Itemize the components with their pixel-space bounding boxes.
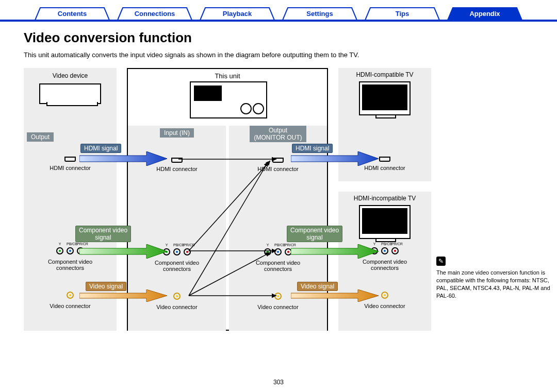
hdmi-signal-badge: HDMI signal [292,144,333,153]
tab-settings[interactable]: Settings [278,7,361,21]
receiver-icon [190,81,267,118]
intro-text: This unit automatically converts the inp… [24,51,533,59]
pencil-icon: ✎ [436,257,446,266]
svg-marker-9 [291,244,379,259]
non-hdmi-tv-label: HDMI-incompatible TV [338,195,431,202]
svg-line-13 [189,161,270,251]
hdmi-signal-badge: HDMI signal [80,144,121,153]
page-number: 303 [0,379,557,386]
this-unit-label: This unit [128,72,327,80]
arrow-component-out [291,244,379,259]
hdmi-port-icon [379,157,390,162]
tab-connections[interactable]: Connections [113,7,196,21]
video-signal-badge: Video signal [86,282,126,291]
component-connector-label: Component video connectors [24,259,117,271]
nav-tabs: Contents Connections Playback Settings T… [0,0,557,21]
output-pill: Output [27,132,54,142]
svg-marker-8 [79,244,167,259]
hdmi-tv-label: HDMI-compatible TV [338,71,431,78]
video-connector-label: Video connector [24,303,117,309]
output-monitor-pill: Output (MONITOR OUT) [250,126,306,142]
tab-tips[interactable]: Tips [361,7,444,21]
svg-marker-7 [291,151,379,166]
svg-marker-6 [79,151,167,166]
component-signal-badge: Component video signal [287,226,342,242]
video-device-label: Video device [24,72,117,79]
arrow-video-out [79,289,167,302]
composite-port-icon [67,292,74,299]
component-signal-badge: Component video signal [75,226,131,242]
conversion-arrows [178,156,276,305]
arrow-hdmi-out [79,151,167,166]
note-box: ✎ The main zone video conversion functio… [436,257,555,299]
tv-icon [359,81,411,115]
tab-contents[interactable]: Contents [31,7,113,21]
svg-marker-10 [79,289,167,302]
video-signal-badge: Video signal [297,282,338,291]
arrow-hdmi-out [291,151,379,166]
tab-playback[interactable]: Playback [196,7,278,21]
svg-line-16 [189,252,270,296]
diagram: Video device Output HDMI connector Y PB/… [24,68,533,336]
page-title: Video conversion function [24,30,533,46]
col-non-hdmi-tv: HDMI-incompatible TV Y PB/CB PR/CR Compo… [338,192,431,331]
video-device-icon [39,83,101,104]
tv-icon [359,205,411,239]
svg-line-15 [189,162,268,296]
note-text: The main zone video conversion function … [436,269,555,299]
arrow-video-out [291,289,379,302]
tab-appendix[interactable]: Appendix [444,7,526,21]
svg-marker-11 [291,289,379,302]
arrow-component-out [79,244,167,259]
hdmi-port-icon [64,157,76,162]
composite-port-icon [381,292,388,299]
input-pill: Input (IN) [160,128,194,138]
